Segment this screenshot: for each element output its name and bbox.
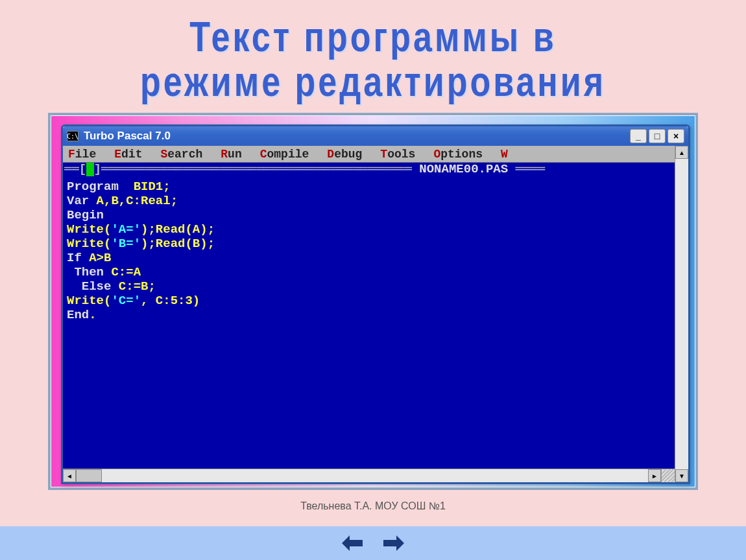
title-line-1: Текст программы в xyxy=(0,15,746,59)
maximize-button[interactable]: □ xyxy=(649,129,666,143)
prev-button[interactable] xyxy=(339,533,365,553)
editor-filename: NONAME00.PAS xyxy=(419,163,508,176)
code-line: Else C:=B; xyxy=(67,279,671,294)
scroll-left-icon[interactable]: ◄ xyxy=(63,469,76,482)
menu-item-tools[interactable]: Tools xyxy=(380,148,415,161)
footer-credit: Твельнева Т.А. МОУ СОШ №1 xyxy=(0,500,746,512)
console-icon: C:\ xyxy=(67,131,78,141)
menu-item-compile[interactable]: Compile xyxy=(260,148,309,161)
gradient-frame: C:\ Turbo Pascal 7.0 _ □ × FileEditSearc… xyxy=(48,113,698,490)
slide-title: Текст программы в режиме редактирования xyxy=(0,0,746,103)
code-line: If A>B xyxy=(67,251,671,265)
code-line: Program BID1; xyxy=(67,180,671,194)
frame-cursor-icon: ▪ xyxy=(86,163,93,176)
next-button[interactable] xyxy=(381,533,407,553)
resize-grip-icon[interactable] xyxy=(661,469,675,482)
window-title: Turbo Pascal 7.0 xyxy=(84,130,630,143)
title-line-2: режиме редактирования xyxy=(0,59,746,103)
menu-item-search[interactable]: Search xyxy=(160,148,202,161)
minimize-button[interactable]: _ xyxy=(630,129,647,143)
window-buttons: _ □ × xyxy=(630,129,684,143)
editor-area[interactable]: ══[▪]═══════════════════════════════════… xyxy=(63,163,675,469)
code-line: Write('C=', C:5:3) xyxy=(67,294,671,308)
scroll-thumb[interactable] xyxy=(76,469,102,482)
menu-item-edit[interactable]: Edit xyxy=(114,148,142,161)
scroll-right-icon[interactable]: ► xyxy=(648,469,661,482)
arrow-left-icon xyxy=(341,534,364,552)
menu-item-file[interactable]: File xyxy=(68,148,96,161)
menu-item-debug[interactable]: Debug xyxy=(327,148,362,161)
menu-item-run[interactable]: Run xyxy=(221,148,241,161)
scroll-down-icon[interactable]: ▼ xyxy=(675,469,688,482)
menu-item-w[interactable]: W xyxy=(501,148,508,161)
code-line: Then C:=A xyxy=(67,265,671,279)
scroll-up-icon[interactable]: ▲ xyxy=(675,146,688,159)
arrow-right-icon xyxy=(382,534,405,552)
titlebar[interactable]: C:\ Turbo Pascal 7.0 _ □ × xyxy=(63,126,688,146)
scroll-track[interactable] xyxy=(76,469,648,482)
editor-frame-top: ══[▪]═══════════════════════════════════… xyxy=(63,163,675,176)
svg-marker-1 xyxy=(383,535,404,551)
code-block[interactable]: Program BID1;Var A,B,C:Real;BeginWrite('… xyxy=(63,176,675,322)
menubar: FileEditSearchRunCompileDebugToolsOption… xyxy=(63,146,675,163)
code-line: Write('A=');Read(A); xyxy=(67,222,671,237)
code-line: Begin xyxy=(67,208,671,222)
code-line: Write('B=');Read(B); xyxy=(67,237,671,251)
code-line: End. xyxy=(67,308,671,322)
close-button[interactable]: × xyxy=(668,129,684,143)
scroll-track-v[interactable] xyxy=(675,159,688,469)
menu-item-options[interactable]: Options xyxy=(433,148,483,161)
vertical-scrollbar[interactable]: ▲ ▼ xyxy=(675,146,688,482)
horizontal-scrollbar[interactable]: ◄ ► xyxy=(63,469,661,482)
nav-bar xyxy=(0,526,746,560)
code-line: Var A,B,C:Real; xyxy=(67,194,671,208)
svg-marker-0 xyxy=(342,535,363,551)
app-window: C:\ Turbo Pascal 7.0 _ □ × FileEditSearc… xyxy=(61,124,690,484)
